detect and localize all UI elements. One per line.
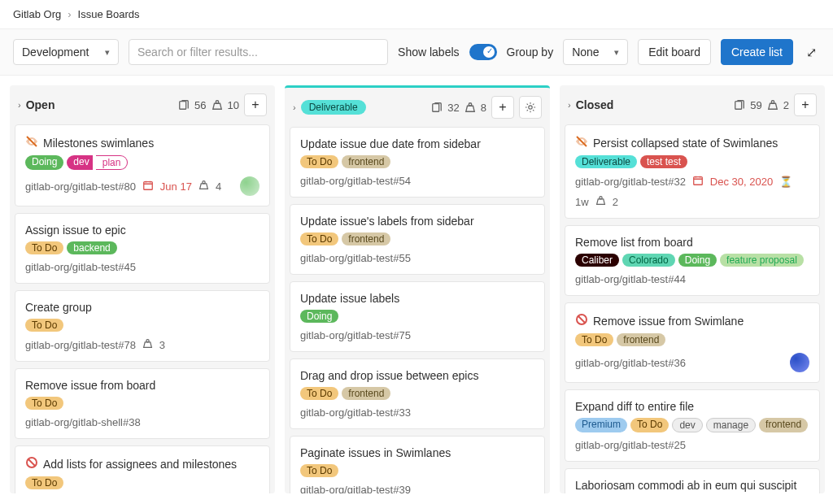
card-meta: gitlab-org/gitlab-test#32Dec 30, 2020⏳1w… bbox=[575, 175, 809, 208]
fullscreen-icon[interactable]: ⤢ bbox=[803, 41, 820, 63]
issue-card[interactable]: Remove issue from boardTo Dogitlab-org/g… bbox=[15, 368, 270, 439]
labels-row: To Dofrontend bbox=[300, 155, 534, 168]
collapse-chevron-icon[interactable]: › bbox=[18, 100, 21, 110]
breadcrumb-org[interactable]: Gitlab Org bbox=[13, 8, 61, 20]
label-pill[interactable]: frontend bbox=[342, 155, 390, 168]
label-pill[interactable]: To Do bbox=[25, 397, 63, 410]
svg-rect-9 bbox=[735, 102, 742, 110]
label-pill[interactable]: To Do bbox=[300, 387, 338, 400]
label-pill[interactable]: manage bbox=[706, 418, 756, 432]
board-selector-dropdown[interactable]: Development ▾ bbox=[13, 39, 119, 65]
label-pill[interactable]: dev bbox=[672, 418, 702, 432]
label-pill[interactable]: To Do bbox=[300, 155, 338, 168]
add-card-button[interactable]: + bbox=[491, 96, 514, 119]
label-pill[interactable]: Doing bbox=[300, 310, 338, 323]
card-meta: gitlab-org/gitlab-test#33 bbox=[300, 406, 534, 419]
label-pill[interactable]: Premium bbox=[575, 418, 627, 432]
issue-card[interactable]: Persist collapsed state of SwimlanesDeli… bbox=[565, 124, 820, 219]
issue-card[interactable]: Paginate issues in SwimlanesTo Dogitlab-… bbox=[290, 436, 545, 493]
issue-reference: gitlab-org/gitlab-shell#38 bbox=[25, 416, 141, 428]
cards-icon bbox=[734, 99, 745, 111]
weight-icon bbox=[212, 99, 223, 111]
search-input[interactable]: Search or filter results... bbox=[129, 39, 388, 65]
issue-card[interactable]: Add lists for assignees and milestonesTo… bbox=[15, 445, 270, 493]
confidential-icon bbox=[575, 135, 588, 150]
add-card-button[interactable]: + bbox=[244, 93, 267, 116]
issue-card[interactable]: Drag and drop issue between epicsTo Dofr… bbox=[290, 358, 545, 429]
svg-point-1 bbox=[216, 101, 219, 104]
list-header: ›Open 56 10+ bbox=[10, 85, 275, 124]
label-pill[interactable]: To Do bbox=[25, 319, 63, 332]
label-pill[interactable]: To Do bbox=[575, 333, 613, 346]
label-pill[interactable]: test test bbox=[640, 155, 687, 168]
card-meta: gitlab-org/gitlab-test#783 bbox=[25, 338, 259, 351]
weight-value: 4 bbox=[216, 180, 221, 193]
weight-icon bbox=[198, 180, 209, 193]
label-pill[interactable]: frontend bbox=[617, 333, 665, 346]
label-pill[interactable]: backend bbox=[67, 241, 116, 254]
issue-reference: gitlab-org/gitlab-test#80 bbox=[25, 180, 136, 193]
label-pill[interactable]: frontend bbox=[342, 232, 390, 245]
label-pill[interactable]: To Do bbox=[630, 418, 669, 432]
edit-board-button[interactable]: Edit board bbox=[638, 39, 711, 65]
label-pill[interactable]: To Do bbox=[25, 476, 63, 489]
label-pill[interactable]: dev bbox=[67, 155, 92, 170]
breadcrumb-page[interactable]: Issue Boards bbox=[78, 8, 140, 20]
label-pill[interactable]: plan bbox=[96, 155, 129, 170]
cards-container[interactable]: Update issue due date from sidebarTo Dof… bbox=[285, 127, 550, 493]
list-settings-button[interactable] bbox=[519, 96, 542, 119]
card-title: Update issue due date from sidebar bbox=[300, 137, 534, 150]
issue-card[interactable]: Expand diff to entire filePremiumTo Dode… bbox=[565, 389, 820, 462]
cards-container[interactable]: Persist collapsed state of SwimlanesDeli… bbox=[560, 124, 825, 493]
labels-row: To Do bbox=[300, 464, 534, 477]
assignee-avatar[interactable] bbox=[790, 353, 809, 372]
labels-row: To Do bbox=[25, 476, 259, 489]
label-pill[interactable]: Doing bbox=[678, 254, 717, 267]
issue-card[interactable]: Remove issue from SwimlaneTo Dofrontendg… bbox=[565, 302, 820, 383]
label-pill[interactable]: Deliverable bbox=[575, 155, 637, 168]
issue-card[interactable]: Milestones swimlanesDoingdevplangitlab-o… bbox=[15, 124, 270, 206]
group-by-dropdown[interactable]: None ▾ bbox=[563, 39, 628, 65]
issue-card[interactable]: Laboriosam commodi ab in eum qui suscipi… bbox=[565, 468, 820, 493]
issue-card[interactable]: Update issue labelsDoinggitlab-org/gitla… bbox=[290, 281, 545, 352]
issue-card[interactable]: Create groupTo Dogitlab-org/gitlab-test#… bbox=[15, 290, 270, 362]
card-meta: gitlab-org/gitlab-test#39 bbox=[300, 484, 534, 493]
calendar-icon bbox=[692, 175, 704, 189]
weight-value: 3 bbox=[159, 339, 165, 351]
blocked-icon bbox=[575, 313, 588, 328]
label-pill[interactable]: To Do bbox=[300, 232, 338, 245]
weight-icon bbox=[464, 102, 476, 113]
issue-reference: gitlab-org/gitlab-test#25 bbox=[575, 439, 686, 451]
labels-row: CaliberColoradoDoingfeature proposal bbox=[575, 254, 809, 267]
create-list-button[interactable]: Create list bbox=[721, 39, 793, 65]
due-date: Jun 17 bbox=[160, 180, 192, 193]
label-pill[interactable]: To Do bbox=[25, 241, 63, 254]
collapse-chevron-icon[interactable]: › bbox=[293, 102, 296, 112]
label-pill[interactable]: Caliber bbox=[575, 254, 619, 267]
issue-reference: gitlab-org/gitlab-test#54 bbox=[300, 175, 411, 187]
label-pill[interactable]: frontend bbox=[759, 418, 808, 432]
label-pill[interactable]: Doing bbox=[25, 155, 63, 170]
show-labels-toggle[interactable]: ✓ bbox=[469, 44, 497, 60]
assignee-avatar[interactable] bbox=[240, 176, 259, 196]
cards-container[interactable]: Milestones swimlanesDoingdevplangitlab-o… bbox=[10, 124, 275, 493]
list-title-chip: Deliverable bbox=[301, 100, 366, 115]
add-card-button[interactable]: + bbox=[794, 93, 817, 116]
label-pill[interactable]: feature proposal bbox=[720, 254, 804, 267]
breadcrumb: Gitlab Org › Issue Boards bbox=[0, 0, 833, 29]
issue-card[interactable]: Update issue due date from sidebarTo Dof… bbox=[290, 127, 545, 198]
issue-card[interactable]: Remove list from boardCaliberColoradoDoi… bbox=[565, 225, 820, 296]
label-pill[interactable]: frontend bbox=[342, 387, 390, 400]
weight-count: 8 bbox=[481, 102, 486, 114]
list-counts: 32 8 bbox=[431, 102, 486, 114]
collapse-chevron-icon[interactable]: › bbox=[568, 100, 571, 110]
card-title: Remove issue from Swimlane bbox=[575, 313, 809, 328]
label-pill[interactable]: To Do bbox=[300, 464, 338, 477]
issue-card[interactable]: Assign issue to epicTo Dobackendgitlab-o… bbox=[15, 213, 270, 284]
card-title: Update issue labels bbox=[300, 292, 534, 305]
label-pill[interactable]: Colorado bbox=[622, 254, 675, 267]
labels-row: Deliverabletest test bbox=[575, 155, 809, 168]
toolbar: Development ▾ Search or filter results..… bbox=[0, 29, 833, 76]
labels-row: Doing bbox=[300, 310, 534, 323]
issue-card[interactable]: Update issue's labels from sidebarTo Dof… bbox=[290, 204, 545, 275]
